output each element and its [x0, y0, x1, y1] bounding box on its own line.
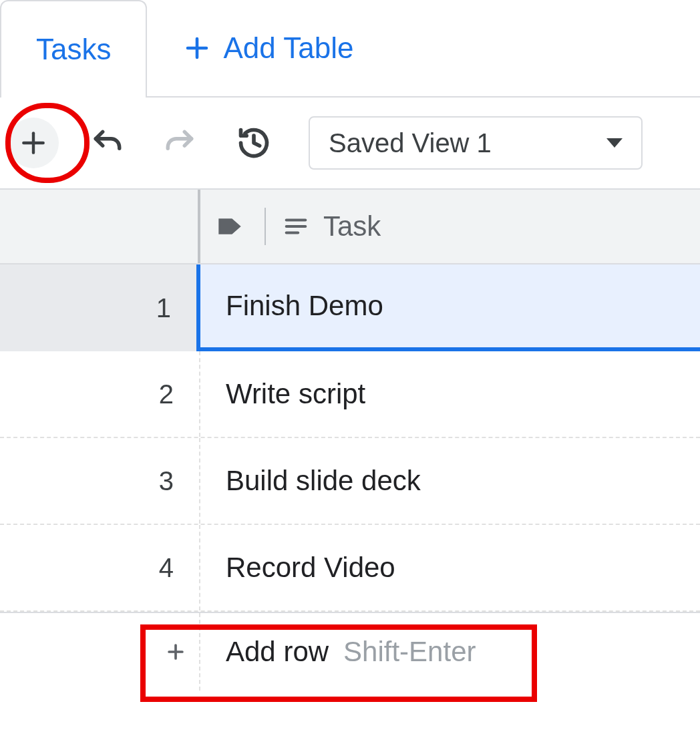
history-button[interactable]	[228, 118, 279, 168]
saved-view-dropdown[interactable]: Saved View 1	[309, 116, 643, 170]
column-separator	[265, 208, 266, 245]
add-button[interactable]	[8, 118, 59, 168]
cell-task[interactable]: Build slide deck	[200, 438, 700, 524]
tab-label: Tasks	[36, 33, 111, 66]
cell-task[interactable]: Finish Demo	[200, 264, 700, 351]
table-row[interactable]: 2 Write script	[0, 351, 700, 438]
row-number: 3	[0, 438, 200, 524]
add-row-label: Add row	[226, 636, 329, 668]
tab-tasks[interactable]: Tasks	[0, 0, 147, 98]
add-row-inner: Add row Shift-Enter	[226, 629, 490, 675]
row-number: 4	[0, 525, 200, 610]
svg-marker-4	[218, 218, 240, 234]
plus-icon	[19, 128, 48, 158]
row-number-gutter-header	[0, 190, 200, 263]
cell-task[interactable]: Write script	[200, 351, 700, 437]
plus-icon	[183, 34, 211, 62]
cell-task[interactable]: Record Video	[200, 525, 700, 610]
column-header-label: Task	[323, 210, 381, 242]
history-icon	[236, 126, 271, 160]
table-row[interactable]: 3 Build slide deck	[0, 438, 700, 525]
table-row[interactable]: 4 Record Video	[0, 525, 700, 612]
toolbar: Saved View 1	[0, 98, 700, 190]
add-table-label: Add Table	[223, 31, 353, 65]
add-row-hint: Shift-Enter	[343, 636, 476, 668]
table-header: Task	[0, 190, 700, 264]
row-number: 2	[0, 351, 200, 437]
tabs-row: Tasks Add Table	[0, 0, 700, 98]
redo-button[interactable]	[155, 118, 206, 168]
plus-icon	[164, 640, 187, 663]
text-column-icon	[283, 214, 309, 239]
table-row[interactable]: 1 Finish Demo	[0, 264, 700, 351]
table-area: Task 1 Finish Demo 2 Write script 3 Buil…	[0, 190, 700, 691]
saved-view-label: Saved View 1	[329, 128, 492, 158]
undo-icon	[90, 126, 124, 160]
tag-icon	[216, 213, 243, 240]
add-row-button[interactable]: Add row Shift-Enter	[0, 612, 700, 691]
chevron-down-icon	[606, 138, 623, 148]
undo-button[interactable]	[81, 118, 132, 168]
redo-icon	[164, 126, 197, 160]
add-table-button[interactable]: Add Table	[163, 0, 373, 96]
column-header-task[interactable]: Task	[200, 190, 700, 263]
row-number: 1	[0, 264, 200, 351]
